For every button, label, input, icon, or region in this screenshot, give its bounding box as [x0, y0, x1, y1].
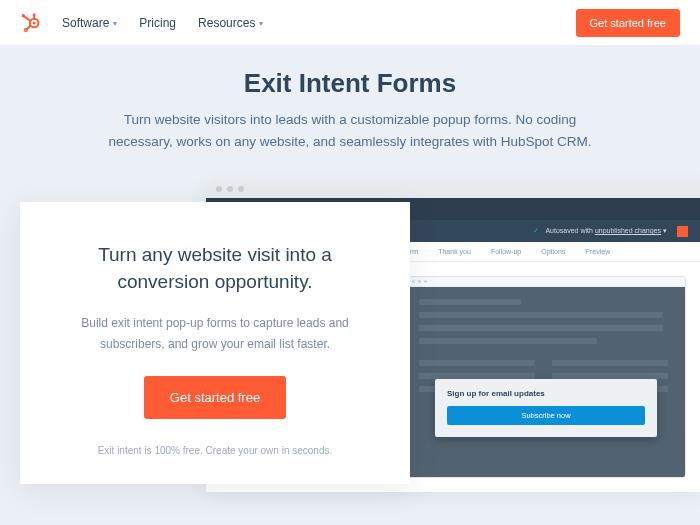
popup-title: Sign up for email updates [447, 389, 645, 398]
svg-point-7 [22, 14, 25, 17]
card-footer: Exit intent is 100% free. Create your ow… [56, 445, 374, 456]
promo-card: Turn any website visit into a conversion… [20, 202, 410, 484]
window-dot-icon [227, 186, 233, 192]
card-title: Turn any website visit into a conversion… [56, 242, 374, 295]
chevron-down-icon: ▾ [113, 19, 117, 28]
svg-line-6 [24, 16, 30, 20]
preview-page: Sign up for email updates Subscribe now [407, 287, 685, 477]
svg-point-3 [33, 13, 36, 16]
placeholder-line [419, 338, 597, 344]
unpublished-link[interactable]: unpublished changes [595, 227, 661, 234]
svg-point-5 [25, 28, 28, 31]
hero-section: Exit Intent Forms Turn website visitors … [0, 46, 700, 525]
tab-preview[interactable]: Preview [585, 248, 610, 255]
action-button[interactable] [677, 226, 688, 237]
svg-point-1 [33, 21, 36, 24]
nav-pricing[interactable]: Pricing [139, 16, 176, 30]
hero-title: Exit Intent Forms [40, 68, 660, 99]
subscribe-button[interactable]: Subscribe now [447, 406, 645, 425]
top-nav: Software▾ Pricing Resources▾ Get started… [0, 0, 700, 46]
window-dot-icon [216, 186, 222, 192]
tab-options[interactable]: Options [541, 248, 565, 255]
card-cta-button[interactable]: Get started free [144, 376, 286, 419]
preview-browser: Sign up for email updates Subscribe now [406, 276, 686, 478]
chevron-down-icon: ▾ [259, 19, 263, 28]
get-started-button[interactable]: Get started free [576, 9, 680, 37]
tab-thankyou[interactable]: Thank you [438, 248, 471, 255]
check-icon: ✓ [533, 227, 539, 235]
hubspot-logo-icon[interactable] [20, 13, 40, 33]
nav-software[interactable]: Software▾ [62, 16, 117, 30]
nav-left: Software▾ Pricing Resources▾ [20, 13, 263, 33]
card-subtitle: Build exit intent pop-up forms to captur… [56, 313, 374, 354]
preview-chrome [407, 277, 685, 287]
browser-chrome [206, 180, 700, 198]
window-dot-icon [238, 186, 244, 192]
tab-followup[interactable]: Follow-up [491, 248, 521, 255]
nav-resources[interactable]: Resources▾ [198, 16, 263, 30]
content-row: Email Subscribers Pop-up ✎ ✓ Autosaved w… [0, 180, 700, 520]
hero-subtitle: Turn website visitors into leads with a … [100, 109, 600, 152]
placeholder-line [419, 299, 521, 305]
placeholder-line [419, 312, 663, 318]
placeholder-line [419, 325, 663, 331]
exit-intent-popup: Sign up for email updates Subscribe now [435, 379, 657, 437]
hero-header: Exit Intent Forms Turn website visitors … [0, 68, 700, 152]
